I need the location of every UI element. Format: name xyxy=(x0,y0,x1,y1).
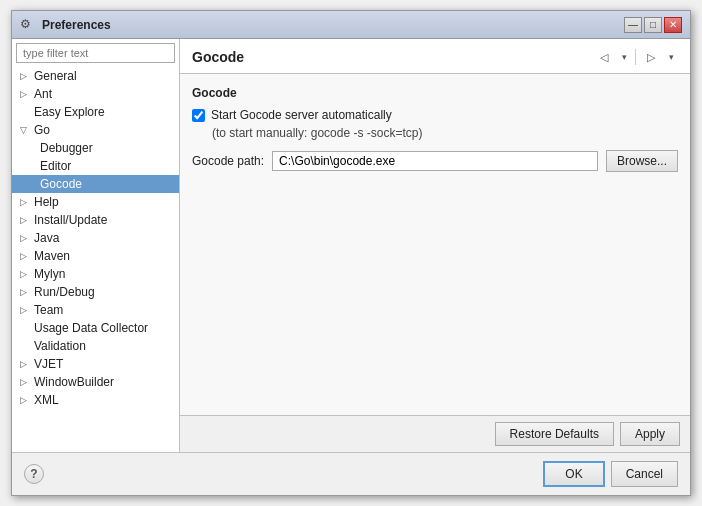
hint-text: (to start manually: gocode -s -sock=tcp) xyxy=(212,126,678,140)
arrow-icon: ▷ xyxy=(20,359,34,369)
sidebar-item-windowbuilder[interactable]: ▷ WindowBuilder xyxy=(12,373,179,391)
autostart-label[interactable]: Start Gocode server automatically xyxy=(211,108,392,122)
sidebar-item-help[interactable]: ▷ Help xyxy=(12,193,179,211)
path-row: Gocode path: Browse... xyxy=(192,150,678,172)
sidebar-item-debugger[interactable]: Debugger xyxy=(12,139,179,157)
sidebar-item-label: Debugger xyxy=(40,141,93,155)
tree-container: ▷ General ▷ Ant ▷ Easy Explore ▽ Go xyxy=(12,67,179,452)
arrow-icon: ▽ xyxy=(20,125,34,135)
sidebar-item-label: WindowBuilder xyxy=(34,375,175,389)
minimize-button[interactable]: — xyxy=(624,17,642,33)
restore-defaults-button[interactable]: Restore Defaults xyxy=(495,422,614,446)
back-dropdown-button[interactable]: ▾ xyxy=(617,47,631,67)
arrow-icon: ▷ xyxy=(20,197,34,207)
sidebar-item-usage-data-collector[interactable]: ▷ Usage Data Collector xyxy=(12,319,179,337)
sidebar-item-mylyn[interactable]: ▷ Mylyn xyxy=(12,265,179,283)
sidebar: ▷ General ▷ Ant ▷ Easy Explore ▽ Go xyxy=(12,39,180,452)
arrow-icon: ▷ xyxy=(20,377,34,387)
toolbar-divider xyxy=(635,49,636,65)
path-label: Gocode path: xyxy=(192,154,264,168)
forward-dropdown-button[interactable]: ▾ xyxy=(664,47,678,67)
sidebar-item-label: Gocode xyxy=(40,177,82,191)
sidebar-item-label: Ant xyxy=(34,87,175,101)
sidebar-item-label: Maven xyxy=(34,249,175,263)
sidebar-item-label: Usage Data Collector xyxy=(34,321,175,335)
content-footer: Restore Defaults Apply xyxy=(180,415,690,452)
autostart-checkbox-row: Start Gocode server automatically xyxy=(192,108,678,122)
content-header: Gocode ◁ ▾ ▷ ▾ xyxy=(180,39,690,74)
sidebar-item-ant[interactable]: ▷ Ant xyxy=(12,85,179,103)
preferences-dialog: ⚙ Preferences — □ ✕ ▷ General ▷ Ant xyxy=(11,10,691,496)
dialog-footer-buttons: OK Cancel xyxy=(543,461,678,487)
sidebar-item-maven[interactable]: ▷ Maven xyxy=(12,247,179,265)
sidebar-item-install-update[interactable]: ▷ Install/Update xyxy=(12,211,179,229)
sidebar-item-label: Validation xyxy=(34,339,175,353)
arrow-icon: ▷ xyxy=(20,215,34,225)
dialog-body: ▷ General ▷ Ant ▷ Easy Explore ▽ Go xyxy=(12,39,690,452)
sidebar-item-label: Run/Debug xyxy=(34,285,175,299)
sidebar-item-label: Java xyxy=(34,231,175,245)
arrow-icon: ▷ xyxy=(20,395,34,405)
dialog-icon: ⚙ xyxy=(20,17,36,33)
sidebar-item-label: Help xyxy=(34,195,175,209)
section-title: Gocode xyxy=(192,86,678,100)
arrow-icon: ▷ xyxy=(20,251,34,261)
dialog-footer: ? OK Cancel xyxy=(12,452,690,495)
sidebar-item-label: Install/Update xyxy=(34,213,175,227)
sidebar-item-general[interactable]: ▷ General xyxy=(12,67,179,85)
arrow-icon: ▷ xyxy=(20,305,34,315)
autostart-checkbox[interactable] xyxy=(192,109,205,122)
content-title: Gocode xyxy=(192,49,244,65)
sidebar-item-label: VJET xyxy=(34,357,175,371)
sidebar-item-vjet[interactable]: ▷ VJET xyxy=(12,355,179,373)
sidebar-item-label: Go xyxy=(34,123,175,137)
maximize-button[interactable]: □ xyxy=(644,17,662,33)
sidebar-item-label: Editor xyxy=(40,159,71,173)
arrow-icon: ▷ xyxy=(20,287,34,297)
sidebar-item-editor[interactable]: Editor xyxy=(12,157,179,175)
sidebar-item-run-debug[interactable]: ▷ Run/Debug xyxy=(12,283,179,301)
sidebar-item-java[interactable]: ▷ Java xyxy=(12,229,179,247)
close-button[interactable]: ✕ xyxy=(664,17,682,33)
dialog-title: Preferences xyxy=(42,18,624,32)
sidebar-item-validation[interactable]: ▷ Validation xyxy=(12,337,179,355)
back-button[interactable]: ◁ xyxy=(593,47,615,67)
sidebar-item-label: Team xyxy=(34,303,175,317)
title-bar-buttons: — □ ✕ xyxy=(624,17,682,33)
arrow-icon: ▷ xyxy=(20,269,34,279)
header-toolbar: ◁ ▾ ▷ ▾ xyxy=(593,47,678,67)
sidebar-item-go[interactable]: ▽ Go xyxy=(12,121,179,139)
sidebar-item-xml[interactable]: ▷ XML xyxy=(12,391,179,409)
sidebar-item-label: Mylyn xyxy=(34,267,175,281)
forward-button[interactable]: ▷ xyxy=(640,47,662,67)
filter-input[interactable] xyxy=(16,43,175,63)
sidebar-item-gocode[interactable]: Gocode xyxy=(12,175,179,193)
sidebar-item-label: XML xyxy=(34,393,175,407)
cancel-button[interactable]: Cancel xyxy=(611,461,678,487)
apply-button[interactable]: Apply xyxy=(620,422,680,446)
sidebar-item-team[interactable]: ▷ Team xyxy=(12,301,179,319)
content-main: Gocode Start Gocode server automatically… xyxy=(180,74,690,415)
browse-button[interactable]: Browse... xyxy=(606,150,678,172)
arrow-icon: ▷ xyxy=(20,233,34,243)
sidebar-item-easy-explore[interactable]: ▷ Easy Explore xyxy=(12,103,179,121)
content-area: Gocode ◁ ▾ ▷ ▾ Gocode Start Gocode serve… xyxy=(180,39,690,452)
title-bar: ⚙ Preferences — □ ✕ xyxy=(12,11,690,39)
sidebar-item-label: General xyxy=(34,69,175,83)
help-button[interactable]: ? xyxy=(24,464,44,484)
arrow-icon: ▷ xyxy=(20,89,34,99)
ok-button[interactable]: OK xyxy=(543,461,604,487)
arrow-icon: ▷ xyxy=(20,71,34,81)
sidebar-item-label: Easy Explore xyxy=(34,105,175,119)
path-input[interactable] xyxy=(272,151,598,171)
